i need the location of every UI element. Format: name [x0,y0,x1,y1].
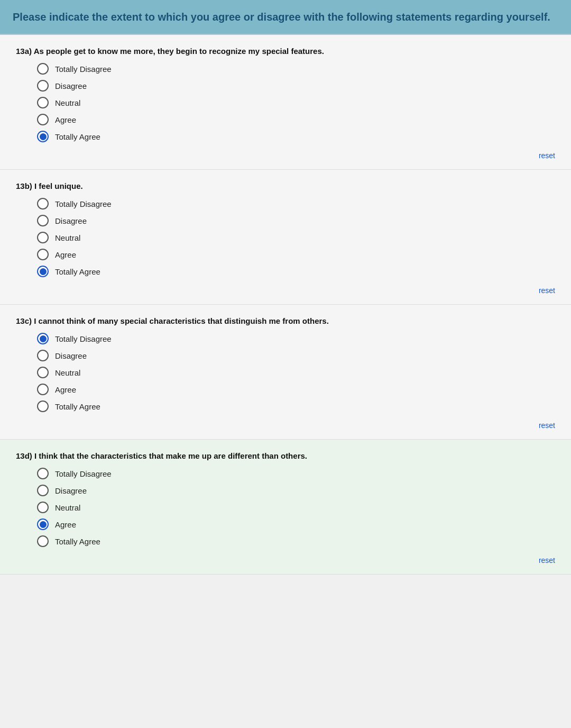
option-label: Totally Disagree [55,65,112,74]
radio-q13a-0[interactable] [37,63,49,75]
radio-q13d-0[interactable] [37,468,49,479]
page-header: Please indicate the extent to which you … [0,0,571,35]
option-label: Totally Disagree [55,199,112,208]
radio-q13b-4[interactable] [37,266,49,277]
reset-button-q13a[interactable]: reset [539,151,555,160]
option-label: Neutral [55,233,80,242]
list-item[interactable]: Disagree [37,485,555,496]
radio-q13a-1[interactable] [37,80,49,92]
question-label-q13d: 13d) I think that the characteristics th… [16,451,555,460]
reset-button-q13b[interactable]: reset [539,286,555,295]
radio-q13a-2[interactable] [37,97,49,108]
question-block-q13c: 13c) I cannot think of many special char… [0,305,571,440]
option-label: Agree [55,115,76,124]
reset-row-q13d: reset [16,552,555,567]
radio-q13b-2[interactable] [37,232,49,243]
list-item[interactable]: Agree [37,518,555,530]
radio-q13b-0[interactable] [37,198,49,210]
question-number: 13a) [16,47,32,56]
list-item[interactable]: Totally Agree [37,535,555,547]
question-number: 13b) [16,181,32,190]
radio-q13d-4[interactable] [37,535,49,547]
question-label-q13b: 13b) I feel unique. [16,181,555,190]
radio-inner-q13d-3 [40,521,47,528]
option-label: Disagree [55,216,87,225]
list-item[interactable]: Neutral [37,367,555,378]
list-item[interactable]: Totally Agree [37,401,555,412]
radio-q13d-3[interactable] [37,518,49,530]
header-title: Please indicate the extent to which you … [13,10,558,24]
option-label: Agree [55,520,76,529]
option-label: Disagree [55,351,87,360]
radio-q13c-3[interactable] [37,384,49,395]
reset-row-q13c: reset [16,417,555,432]
radio-q13d-2[interactable] [37,502,49,513]
reset-button-q13c[interactable]: reset [539,421,555,430]
radio-inner-q13a-4 [40,133,47,140]
question-label-q13c: 13c) I cannot think of many special char… [16,316,555,325]
list-item[interactable]: Disagree [37,215,555,226]
option-label: Neutral [55,98,80,107]
radio-q13c-2[interactable] [37,367,49,378]
radio-inner-q13b-4 [40,268,47,275]
question-number: 13c) [16,316,32,325]
question-number: 13d) [16,451,32,460]
option-label: Totally Agree [55,132,100,141]
list-item[interactable]: Totally Agree [37,131,555,142]
questions-container: 13a) As people get to know me more, they… [0,35,571,575]
list-item[interactable]: Totally Disagree [37,63,555,75]
option-label: Neutral [55,368,80,377]
option-label: Neutral [55,503,80,512]
reset-row-q13a: reset [16,148,555,162]
list-item[interactable]: Neutral [37,232,555,243]
option-label: Agree [55,385,76,394]
list-item[interactable]: Agree [37,384,555,395]
question-label-q13a: 13a) As people get to know me more, they… [16,47,555,56]
reset-button-q13d[interactable]: reset [539,556,555,565]
page-wrapper: Please indicate the extent to which you … [0,0,571,575]
question-block-q13b: 13b) I feel unique.Totally DisagreeDisag… [0,170,571,305]
radio-q13d-1[interactable] [37,485,49,496]
option-label: Disagree [55,81,87,90]
radio-q13a-3[interactable] [37,114,49,125]
list-item[interactable]: Totally Disagree [37,468,555,479]
option-label: Disagree [55,486,87,495]
option-label: Agree [55,250,76,259]
options-list-q13b: Totally DisagreeDisagreeNeutralAgreeTota… [16,198,555,277]
radio-inner-q13c-0 [40,335,47,342]
radio-q13b-1[interactable] [37,215,49,226]
option-label: Totally Disagree [55,334,112,343]
radio-q13c-4[interactable] [37,401,49,412]
list-item[interactable]: Disagree [37,80,555,92]
question-block-q13d: 13d) I think that the characteristics th… [0,440,571,575]
options-list-q13d: Totally DisagreeDisagreeNeutralAgreeTota… [16,468,555,547]
option-label: Totally Agree [55,537,100,546]
list-item[interactable]: Disagree [37,350,555,361]
radio-q13b-3[interactable] [37,249,49,260]
options-list-q13a: Totally DisagreeDisagreeNeutralAgreeTota… [16,63,555,142]
list-item[interactable]: Neutral [37,97,555,108]
option-label: Totally Agree [55,402,100,411]
question-block-q13a: 13a) As people get to know me more, they… [0,35,571,170]
option-label: Totally Disagree [55,469,112,478]
list-item[interactable]: Totally Disagree [37,198,555,210]
list-item[interactable]: Neutral [37,502,555,513]
reset-row-q13b: reset [16,283,555,297]
list-item[interactable]: Agree [37,114,555,125]
option-label: Totally Agree [55,267,100,276]
list-item[interactable]: Agree [37,249,555,260]
radio-q13c-0[interactable] [37,333,49,344]
radio-q13a-4[interactable] [37,131,49,142]
list-item[interactable]: Totally Agree [37,266,555,277]
options-list-q13c: Totally DisagreeDisagreeNeutralAgreeTota… [16,333,555,412]
list-item[interactable]: Totally Disagree [37,333,555,344]
radio-q13c-1[interactable] [37,350,49,361]
